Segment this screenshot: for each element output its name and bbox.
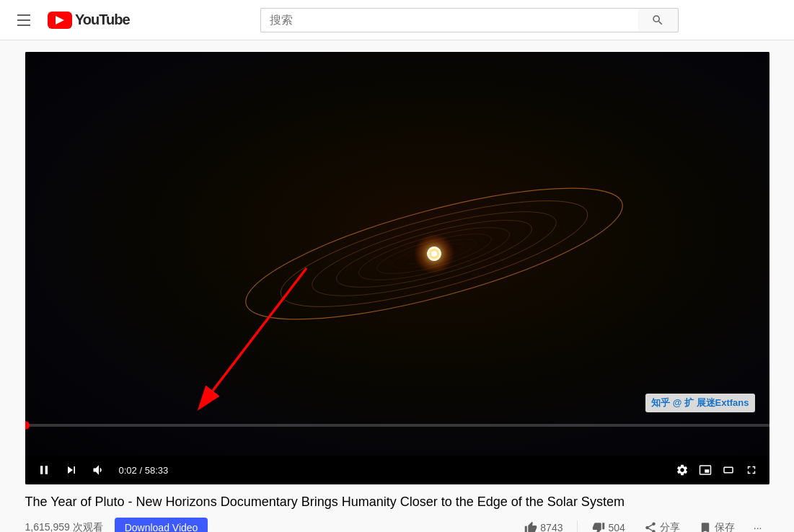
time-separator: / <box>139 465 144 476</box>
time-display: 0:02 / 58:33 <box>119 465 169 476</box>
settings-button[interactable] <box>673 461 692 479</box>
volume-icon <box>92 463 106 477</box>
header-left: YouTube <box>12 9 156 32</box>
video-actions: 8743 504 分享 <box>517 517 769 532</box>
miniplayer-button[interactable] <box>696 461 715 479</box>
search-container <box>260 8 679 32</box>
theater-mode-button[interactable] <box>719 461 738 479</box>
download-video-button[interactable]: Download Video <box>115 518 208 532</box>
watermark: 知乎 @ 扩 展迷Extfans <box>645 394 754 412</box>
search-area <box>253 8 686 32</box>
thumbs-down-icon <box>592 521 605 532</box>
youtube-logo-text: YouTube <box>75 12 130 28</box>
thumbs-up-icon <box>524 521 537 532</box>
volume-button[interactable] <box>89 460 109 480</box>
fullscreen-icon <box>745 464 758 476</box>
save-icon <box>699 521 712 532</box>
pause-icon <box>37 463 51 477</box>
settings-icon <box>676 464 689 476</box>
video-stats-left: 1,615,959 次观看 Download Video <box>25 518 208 532</box>
dislike-button[interactable]: 504 <box>585 517 632 532</box>
video-meta-row: 1,615,959 次观看 Download Video 8743 <box>25 517 769 532</box>
progress-dot <box>25 421 30 430</box>
like-count: 8743 <box>540 522 563 532</box>
save-button[interactable]: 保存 <box>692 517 742 532</box>
theater-mode-icon <box>722 464 735 476</box>
controls-bar: 0:02 / 58:33 <box>25 456 769 484</box>
search-input[interactable] <box>260 8 638 32</box>
more-actions-button[interactable]: ··· <box>746 518 769 532</box>
view-count: 1,615,959 次观看 <box>25 521 103 532</box>
youtube-logo-icon <box>48 12 72 29</box>
video-container: 知乎 @ 扩 展迷Extfans <box>25 52 769 484</box>
save-label: 保存 <box>715 521 735 532</box>
miniplayer-icon <box>699 464 712 476</box>
progress-bar[interactable] <box>25 424 769 427</box>
dislike-count: 504 <box>608 522 625 532</box>
solar-system-illustration <box>225 117 643 391</box>
main-content: 知乎 @ 扩 展迷Extfans <box>8 52 787 532</box>
video-info: The Year of Pluto - New Horizons Documen… <box>25 484 769 532</box>
time-current: 0:02 <box>119 465 137 476</box>
like-divider <box>577 520 578 532</box>
youtube-logo[interactable]: YouTube <box>48 12 130 29</box>
watermark-text: 知乎 @ 扩 展迷Extfans <box>651 396 749 409</box>
video-frame[interactable]: 知乎 @ 扩 展迷Extfans <box>25 52 769 456</box>
like-button[interactable]: 8743 <box>517 517 570 532</box>
controls-right <box>673 461 761 479</box>
search-button[interactable] <box>638 8 679 32</box>
share-button[interactable]: 分享 <box>637 517 687 532</box>
pause-button[interactable] <box>34 460 54 480</box>
share-label: 分享 <box>660 521 680 532</box>
skip-next-icon <box>64 463 79 477</box>
next-button[interactable] <box>61 460 81 480</box>
share-icon <box>644 521 657 532</box>
video-title: The Year of Pluto - New Horizons Documen… <box>25 493 769 511</box>
header: YouTube <box>0 0 794 40</box>
time-total: 58:33 <box>145 465 169 476</box>
hamburger-menu-icon[interactable] <box>12 9 36 32</box>
more-label: ··· <box>754 522 762 532</box>
fullscreen-button[interactable] <box>742 461 761 479</box>
search-icon <box>651 14 664 27</box>
